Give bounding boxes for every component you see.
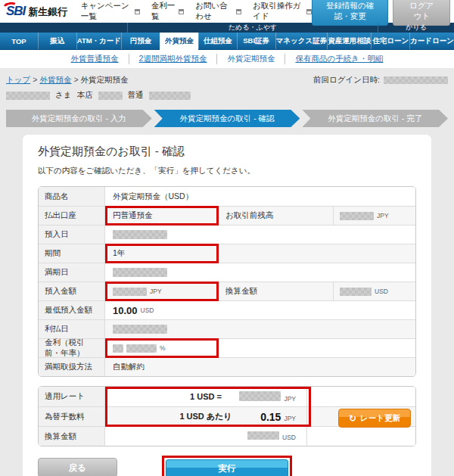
subnav-fx-2week[interactable]: 2週間満期外貨預金 <box>129 54 217 64</box>
table-row-term: 期間 1年 <box>39 244 415 263</box>
row-label: 期間 <box>39 244 105 263</box>
tab-atm-card[interactable]: ATM・カード <box>76 33 121 49</box>
rate-table: 適用レート 1 USD = JPY 為替手数料 1 USD あたり 0.15 J… <box>38 386 416 446</box>
deposit-amount-value: JPY <box>105 282 218 300</box>
rate-list-link[interactable]: 金利一覧 <box>151 1 184 22</box>
highlight-box-execute: 実行 <box>162 456 292 476</box>
maturity-handling-value: 自動解約 <box>105 358 415 376</box>
breadcrumb-home-link[interactable]: トップ <box>6 75 30 84</box>
table-row-applied-rate: 適用レート 1 USD = JPY <box>39 387 415 406</box>
action-buttons: 戻る 実行 <box>38 456 416 476</box>
campaign-list-label: キャンペーン一覧 <box>81 1 132 22</box>
deposit-detail-table: 商品名 外貨定期預金（USD） 払出口座 円普通預金 お取引前残高 JPY 預入… <box>38 186 416 377</box>
refresh-icon: ↻ <box>349 413 356 424</box>
redacted-last-login-value <box>384 76 448 84</box>
table-row-deposit-date: 預入日 <box>39 225 415 244</box>
redacted-branch-number <box>98 92 123 100</box>
rate-update-button[interactable]: ↻ レート更新 <box>338 409 411 428</box>
table-row-minimum-deposit: 最低預入金額 10.00 USD <box>39 300 415 319</box>
table-row-maturity-handling: 満期取扱方法 自動解約 <box>39 357 415 376</box>
user-name-suffix: さま <box>55 90 72 101</box>
row-label: 商品名 <box>39 187 105 206</box>
tab-home-loan[interactable]: 住宅ローン <box>371 33 409 49</box>
redacted-maturity-date <box>113 268 167 277</box>
account-info: さま 本店 普通 <box>0 86 454 101</box>
subnav-fx-time-deposit[interactable]: 外貨定期預金 <box>216 54 285 64</box>
rate-button-cell <box>307 387 415 406</box>
logout-button[interactable]: ログアウト <box>393 0 450 26</box>
redacted-deposit-date <box>113 230 167 239</box>
tab-top[interactable]: TOP <box>0 33 38 49</box>
tab-card-loan[interactable]: カードローン <box>409 33 454 49</box>
row-label: 換算金額 <box>39 427 105 446</box>
currency-unit: USD <box>375 288 388 295</box>
contact-link[interactable]: お問い合わせ <box>195 1 241 22</box>
guide-link[interactable]: お取引操作ガイド <box>253 1 312 22</box>
redacted-converted-amount <box>340 288 372 296</box>
execute-button[interactable]: 実行 <box>166 459 288 476</box>
row-label: 預入日 <box>39 226 105 244</box>
tab-monex-securities[interactable]: マネックス証券 <box>275 33 328 49</box>
fx-fee-value: 1 USD あたり 0.15 JPY <box>105 407 307 426</box>
breadcrumb-separator: > <box>33 75 37 84</box>
external-link-icon <box>179 9 184 14</box>
rate-button-cell <box>307 427 415 446</box>
interest-payment-date-value <box>105 320 415 338</box>
currency-unit: USD <box>282 434 296 441</box>
currency-unit: JPY <box>284 395 296 403</box>
currency-unit: JPY <box>284 415 296 422</box>
account-type-label: 普通 <box>128 90 144 101</box>
last-login: 前回ログイン日時: <box>313 75 448 86</box>
step-complete: 外貨定期預金の取引 - 完了 <box>302 110 448 127</box>
row-label: 為替手数料 <box>39 407 105 426</box>
back-button[interactable]: 戻る <box>38 458 117 476</box>
tab-structured-deposit[interactable]: 仕組預金 <box>198 33 237 49</box>
step-indicator: 外貨定期預金の取引 - 入力 外貨定期預金の取引 - 確認 外貨定期預金の取引 … <box>0 101 454 127</box>
converted-total-value: USD <box>105 427 307 446</box>
interest-rate-value: % <box>105 339 415 357</box>
withdrawal-account-value: 円普通預金 <box>105 207 218 225</box>
strip-spacer <box>0 23 127 33</box>
product-name-value: 外貨定期預金（USD） <box>105 187 415 206</box>
bank-name: 新生銀行 <box>28 5 67 19</box>
row-label: 利払日 <box>39 320 105 338</box>
redacted-rate-part <box>113 344 123 353</box>
tab-yen-deposit[interactable]: 円預金 <box>121 33 160 49</box>
table-row-interest-rate: 金利（税引前・年率） % <box>39 338 415 357</box>
tab-asset-consulting[interactable]: 資産運用相談 <box>327 33 371 49</box>
currency-unit: USD <box>141 306 154 314</box>
guide-label: お取引操作ガイド <box>253 1 304 22</box>
header-links: キャンペーン一覧 金利一覧 お問い合わせ お取引操作ガイド <box>81 1 312 22</box>
group-save-grow: ためる・ふやす <box>127 23 378 33</box>
content-panel: 外貨定期預金のお取引 - 確認 以下の内容をご確認いただき、「実行」を押してくだ… <box>23 135 431 476</box>
redacted-interest-date <box>113 325 167 334</box>
redacted-account-number <box>149 92 191 100</box>
redacted-applied-rate <box>239 391 281 401</box>
table-row-deposit-amount: 預入金額 JPY 換算金額 USD <box>39 282 415 300</box>
term-value: 1年 <box>105 244 415 263</box>
table-row-converted-total: 換算金額 USD <box>39 426 415 446</box>
tab-transfer[interactable]: 振込 <box>38 33 76 49</box>
tab-sbi-securities[interactable]: SBI証券 <box>237 33 275 49</box>
minimum-deposit-value: 10.00 USD <box>105 301 415 319</box>
breadcrumb: トップ>外貨預金>外貨定期預金 <box>6 75 129 86</box>
fx-fee-number: 0.15 <box>260 411 281 423</box>
deposit-date-value <box>105 226 415 244</box>
redacted-converted-total <box>247 431 279 440</box>
top-header: SBI 新生銀行 キャンペーン一覧 金利一覧 お問い合わせ お取引操作ガイド 登… <box>0 0 454 23</box>
percent-unit: % <box>160 344 166 352</box>
breadcrumb-section-link[interactable]: 外貨預金 <box>39 75 71 84</box>
group-borrow: かりる <box>378 23 454 33</box>
tab-foreign-currency-deposit[interactable]: 外貨預金 <box>160 33 198 50</box>
campaign-list-link[interactable]: キャンペーン一覧 <box>81 1 140 22</box>
page-instruction: 以下の内容をご確認いただき、「実行」を押してください。 <box>38 166 416 176</box>
table-row-withdrawal-account: 払出口座 円普通預金 お取引前残高 JPY <box>39 206 415 225</box>
register-info-button[interactable]: 登録情報の確認・変更 <box>312 0 388 26</box>
bank-logo: SBI 新生銀行 <box>4 4 75 19</box>
redacted-balance <box>340 212 374 220</box>
subnav-fx-ordinary[interactable]: 外貨普通預金 <box>61 54 129 64</box>
rate-list-label: 金利一覧 <box>151 1 176 22</box>
currency-unit: JPY <box>377 212 389 219</box>
table-row-interest-payment-date: 利払日 <box>39 319 415 338</box>
subnav-holdings[interactable]: 保有商品の手続き・明細 <box>285 54 393 64</box>
